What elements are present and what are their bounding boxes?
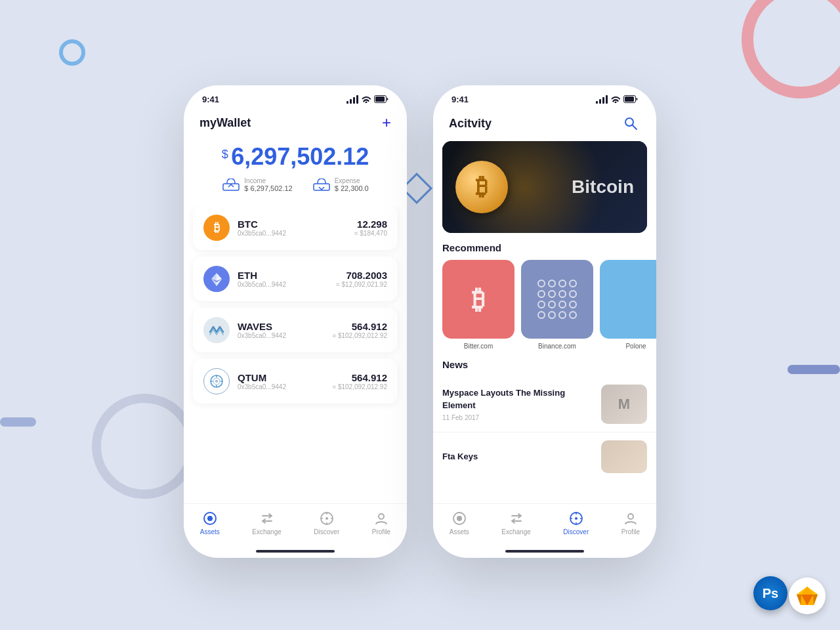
svg-line-27	[633, 125, 637, 129]
assets-label-2: Assets	[450, 528, 469, 536]
assets-label: Assets	[200, 528, 220, 536]
wallet-title: myWallet	[200, 116, 251, 130]
crypto-right-eth: 708.2003 ≈ $12,092,021.92	[336, 270, 387, 288]
crypto-card-btc[interactable]: ₿ BTC 0x3b5ca0...9442 12.298 ≈ $184,470	[193, 205, 398, 250]
news-item-1[interactable]: Myspace Layouts The Missing Element 11 F…	[433, 377, 656, 432]
bg-decoration-bar-right	[788, 365, 840, 374]
waves-icon	[203, 317, 230, 343]
news-text-2: Fta Keys	[442, 451, 478, 463]
news-item-1-date: 11 Feb 2017	[442, 414, 587, 421]
nav-exchange-2[interactable]: Exchange	[501, 511, 530, 536]
eth-usd: ≈ $12,092,021.92	[336, 281, 387, 288]
activity-phone: 9:41	[433, 85, 656, 558]
income-info: Income $ 6,297,502.12	[244, 177, 292, 192]
svg-point-23	[379, 514, 384, 519]
nav-discover-1[interactable]: Discover	[314, 511, 339, 536]
status-bar-2: 9:41	[433, 85, 656, 108]
news-item-2[interactable]: Fta Keys	[433, 432, 656, 481]
nav-profile-2[interactable]: Profile	[621, 511, 640, 536]
crypto-left-qtum: QTUM 0x3b5ca0...9442	[203, 368, 286, 394]
signal-icon-2	[596, 96, 608, 104]
binance-rec-label: Binance.com	[538, 343, 576, 350]
nav-assets-2[interactable]: Assets	[450, 511, 469, 536]
binance-rec-card	[521, 260, 593, 339]
wallet-phone: 9:41	[184, 85, 407, 558]
home-indicator-2	[433, 547, 656, 558]
dollar-sign: $	[222, 148, 228, 161]
expense-label: Expense	[335, 177, 369, 184]
nav-profile-1[interactable]: Profile	[372, 511, 390, 536]
news-thumb-letter: M	[618, 396, 630, 413]
svg-point-16	[207, 516, 213, 521]
crypto-card-waves[interactable]: WAVES 0x3b5ca0...9442 564.912 ≈ $102,092…	[193, 308, 398, 352]
income-value: $ 6,297,502.12	[244, 184, 292, 192]
bitcoin-banner[interactable]: ₿ Bitcoin	[442, 141, 647, 233]
activity-title: Acitvity	[449, 117, 492, 131]
status-bar-1: 9:41	[184, 85, 407, 108]
balance-amount: 6,297,502.12	[231, 143, 369, 170]
bin-dot	[569, 290, 577, 298]
add-button[interactable]: +	[382, 114, 391, 132]
crypto-left-waves: WAVES 0x3b5ca0...9442	[203, 317, 286, 343]
nav-assets[interactable]: Assets	[200, 511, 220, 536]
wallet-phone-content: myWallet + $ 6,297,502.12	[184, 108, 407, 558]
exchange-label-2: Exchange	[501, 528, 530, 536]
btc-addr: 0x3b5ca0...9442	[238, 230, 286, 237]
photoshop-badge: Ps	[753, 576, 788, 610]
svg-marker-41	[813, 595, 818, 605]
news-text-1: Myspace Layouts The Missing Element 11 F…	[442, 387, 587, 421]
assets-icon-2	[452, 511, 467, 526]
activity-content: ₿ Bitcoin Recommend ₿ Bitter.com	[433, 141, 656, 503]
news-item-2-title: Fta Keys	[442, 451, 478, 463]
income-icon	[222, 178, 240, 192]
recommend-item-polo[interactable]: Polone	[600, 260, 656, 350]
expense-icon	[312, 178, 331, 192]
bg-decoration-circle-blue	[59, 39, 85, 66]
bin-dot	[548, 311, 556, 319]
eth-amount: 708.2003	[336, 270, 387, 281]
btc-rec-card: ₿	[442, 260, 514, 339]
crypto-left-eth: ETH 0x3b5ca0...9442	[203, 266, 286, 292]
profile-label-1: Profile	[372, 528, 390, 536]
discover-icon-1	[319, 511, 335, 526]
balance-display: $ 6,297,502.12	[200, 142, 391, 171]
battery-icon-2	[623, 95, 638, 104]
income-stat: Income $ 6,297,502.12	[222, 177, 292, 192]
nav-exchange-1[interactable]: Exchange	[252, 511, 281, 536]
recommend-item-binance[interactable]: Binance.com	[521, 260, 593, 350]
battery-icon	[374, 95, 388, 104]
qtum-addr: 0x3b5ca0...9442	[238, 383, 286, 390]
svg-point-29	[457, 516, 462, 521]
news-thumb-1: M	[601, 385, 647, 424]
crypto-card-eth[interactable]: ETH 0x3b5ca0...9442 708.2003 ≈ $12,092,0…	[193, 257, 398, 301]
svg-point-10	[215, 380, 218, 383]
recommend-item-btc[interactable]: ₿ Bitter.com	[442, 260, 514, 350]
eth-addr: 0x3b5ca0...9442	[238, 281, 286, 288]
svg-marker-40	[797, 595, 801, 605]
signal-icon	[346, 96, 358, 104]
discover-icon-2	[568, 511, 584, 526]
wifi-icon	[362, 95, 371, 104]
nav-discover-2[interactable]: Discover	[563, 511, 589, 536]
exchange-icon-2	[509, 511, 524, 526]
bin-dot	[548, 301, 556, 308]
waves-usd: ≈ $102,092,012.92	[333, 332, 387, 339]
crypto-card-qtum[interactable]: QTUM 0x3b5ca0...9442 564.912 ≈ $102,092,…	[193, 359, 398, 404]
balance-stats: Income $ 6,297,502.12 Expense $ 22,300.	[200, 177, 391, 192]
search-button[interactable]	[621, 114, 640, 133]
crypto-info-eth: ETH 0x3b5ca0...9442	[238, 270, 286, 288]
svg-point-31	[575, 517, 578, 520]
bin-dot	[548, 280, 556, 287]
wallet-header: myWallet +	[184, 108, 407, 142]
svg-rect-1	[375, 96, 385, 102]
bin-dot	[558, 311, 566, 319]
profile-label-2: Profile	[621, 528, 640, 536]
assets-icon	[202, 511, 218, 526]
bin-dot	[569, 301, 577, 308]
status-time-2: 9:41	[452, 94, 469, 104]
btc-amount: 12.298	[354, 219, 387, 230]
crypto-info-qtum: QTUM 0x3b5ca0...9442	[238, 372, 286, 390]
discover-label-2: Discover	[563, 528, 589, 536]
qtum-amount: 564.912	[333, 372, 387, 383]
polo-rec-card	[600, 260, 656, 339]
